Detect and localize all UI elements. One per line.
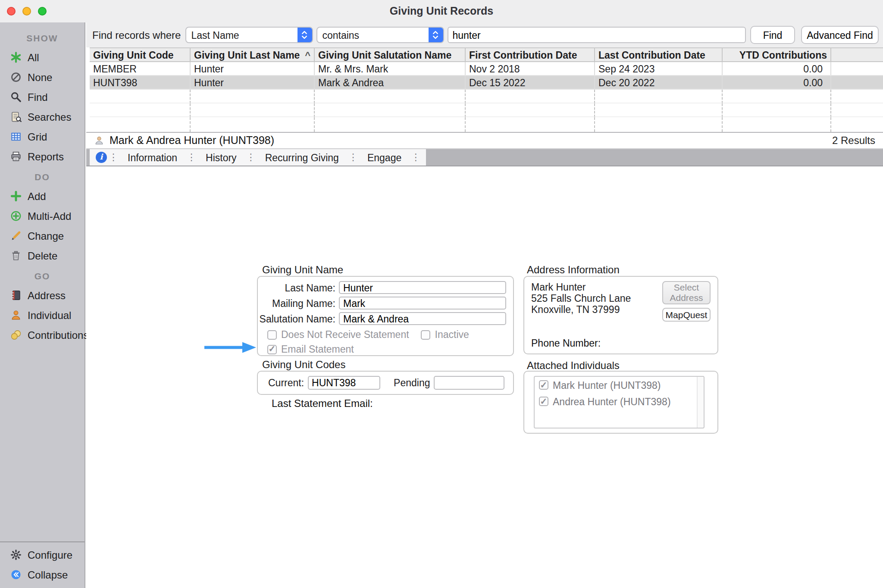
tab-separator-icon	[409, 152, 422, 163]
attached-individual-row[interactable]: Mark Hunter (HUNT398)	[535, 377, 704, 393]
sidebar-item-contributions[interactable]: Contributions	[0, 325, 85, 345]
tab-separator-icon	[244, 152, 257, 163]
sidebar-item-individual[interactable]: Individual	[0, 305, 85, 325]
giving-unit-codes-box: Current: Pending	[257, 371, 514, 395]
sidebar-item-address[interactable]: Address	[0, 285, 85, 305]
table-cell: MEMBER	[90, 62, 191, 75]
circle-plus-icon	[9, 210, 22, 222]
find-button[interactable]: Find	[750, 26, 795, 44]
table-cell	[831, 62, 883, 75]
search-input[interactable]	[447, 27, 746, 43]
column-header[interactable]: Giving Unit Code	[90, 48, 191, 61]
column-header-sorted[interactable]: Giving Unit Last Name^	[191, 48, 315, 61]
address-information-box: Mark Hunter 525 Falls Church Lane Knoxvi…	[523, 276, 718, 354]
sidebar-item-label: Configure	[28, 549, 72, 561]
table-row[interactable]: MEMBER Hunter Mr. & Mrs. Mark Nov 2 2018…	[90, 62, 883, 76]
minimize-window-button[interactable]	[22, 7, 31, 16]
tab-recurring-giving[interactable]: Recurring Giving	[257, 149, 347, 166]
main-panel: Find records where Last Name contains Fi…	[86, 22, 883, 588]
address-book-icon	[9, 289, 22, 302]
chevron-updown-icon	[297, 27, 312, 43]
tab-history[interactable]: History	[198, 149, 244, 166]
attached-individual-row[interactable]: Andrea Hunter (HUNT398)	[535, 393, 704, 410]
table-cell: HUNT398	[90, 76, 191, 89]
table-cell: 0.00	[723, 62, 831, 75]
sidebar-item-all[interactable]: All	[0, 47, 85, 67]
sidebar-item-label: None	[28, 71, 52, 83]
close-window-button[interactable]	[7, 7, 16, 16]
current-code-field[interactable]	[307, 376, 380, 390]
advanced-find-button[interactable]: Advanced Find	[801, 26, 879, 44]
mapquest-button[interactable]: MapQuest	[662, 308, 711, 322]
attached-individuals-list: Mark Hunter (HUNT398) Andrea Hunter (HUN…	[534, 376, 705, 428]
operator-dropdown-value: contains	[317, 30, 428, 40]
sidebar-item-reports[interactable]: Reports	[0, 147, 85, 166]
attached-individuals-box: Mark Hunter (HUNT398) Andrea Hunter (HUN…	[523, 371, 718, 434]
pending-code-field[interactable]	[434, 376, 504, 390]
sidebar-item-change[interactable]: Change	[0, 226, 85, 246]
sidebar-item-label: Collapse	[28, 569, 68, 581]
field-dropdown[interactable]: Last Name	[185, 27, 313, 43]
sidebar-item-label: Multi-Add	[28, 210, 71, 222]
search-icon	[9, 91, 22, 103]
record-person-icon	[94, 135, 104, 146]
does-not-receive-statement-label: Does Not Receive Statement	[281, 329, 409, 340]
inactive-label: Inactive	[435, 329, 469, 340]
sidebar-section-show: SHOW	[0, 28, 85, 47]
attached-individual-checkbox[interactable]	[539, 380, 548, 390]
column-header[interactable]: YTD Contributions	[723, 48, 831, 61]
window-title: Giving Unit Records	[390, 5, 493, 17]
table-cell: Dec 15 2022	[466, 76, 595, 89]
field-dropdown-value: Last Name	[186, 30, 297, 40]
sidebar-item-label: Find	[28, 91, 48, 103]
giving-unit-name-box: Last Name: Mailing Name: Salutation Name…	[257, 276, 514, 356]
find-records-where-label: Find records where	[92, 29, 181, 41]
salutation-name-field[interactable]	[339, 312, 506, 325]
find-bar: Find records where Last Name contains Fi…	[86, 22, 883, 47]
table-row-empty	[90, 103, 883, 117]
sidebar-item-find[interactable]: Find	[0, 87, 85, 107]
sidebar-item-label: Delete	[28, 250, 57, 262]
email-statement-checkbox[interactable]	[267, 344, 277, 354]
column-header[interactable]: First Contribution Date	[466, 48, 595, 61]
sidebar-item-label: Grid	[28, 131, 47, 143]
printer-icon	[9, 150, 22, 163]
grid-icon	[9, 130, 22, 143]
title-bar: Giving Unit Records	[0, 0, 883, 22]
chevron-updown-icon	[428, 27, 443, 43]
tab-engage[interactable]: Engage	[360, 149, 409, 166]
sidebar-item-collapse[interactable]: Collapse	[0, 565, 85, 585]
sidebar-section-do: DO	[0, 166, 85, 186]
sidebar-item-none[interactable]: None	[0, 67, 85, 87]
info-icon[interactable]	[96, 152, 107, 163]
column-header[interactable]: Giving Unit Salutation Name	[315, 48, 466, 61]
sidebar-item-multi-add[interactable]: Multi-Add	[0, 206, 85, 226]
email-statement-label: Email Statement	[281, 344, 354, 354]
tab-information[interactable]: Information	[120, 149, 185, 166]
table-cell: Mark & Andrea	[315, 76, 466, 89]
last-name-label: Last Name:	[258, 282, 335, 293]
table-row-empty	[90, 117, 883, 132]
sidebar-item-delete[interactable]: Delete	[0, 246, 85, 266]
does-not-receive-statement-checkbox[interactable]	[267, 330, 277, 339]
table-row-selected[interactable]: HUNT398 Hunter Mark & Andrea Dec 15 2022…	[90, 76, 883, 90]
inactive-checkbox[interactable]	[421, 330, 431, 339]
information-panel: Giving Unit Name Last Name: Mailing Name…	[86, 166, 883, 588]
attached-individual-checkbox[interactable]	[539, 397, 548, 406]
group-title-giving-unit-codes: Giving Unit Codes	[262, 359, 345, 371]
select-address-button[interactable]: Select Address	[662, 281, 711, 304]
column-header[interactable]: Last Contribution Date	[595, 48, 723, 61]
sidebar-item-add[interactable]: Add	[0, 186, 85, 206]
table-header-row: Giving Unit Code Giving Unit Last Name^ …	[90, 47, 883, 62]
last-name-field[interactable]	[339, 281, 506, 294]
sidebar-item-grid[interactable]: Grid	[0, 127, 85, 147]
sidebar-item-configure[interactable]: Configure	[0, 545, 85, 565]
sidebar-item-searches[interactable]: Searches	[0, 107, 85, 127]
last-statement-email-label: Last Statement Email:	[272, 397, 373, 410]
plus-icon	[9, 190, 22, 203]
zoom-window-button[interactable]	[38, 7, 47, 16]
list-scrollbar[interactable]	[697, 377, 704, 428]
mailing-name-field[interactable]	[339, 297, 506, 310]
record-header: Mark & Andrea Hunter (HUNT398) 2 Results	[86, 132, 883, 149]
operator-dropdown[interactable]: contains	[316, 27, 444, 43]
